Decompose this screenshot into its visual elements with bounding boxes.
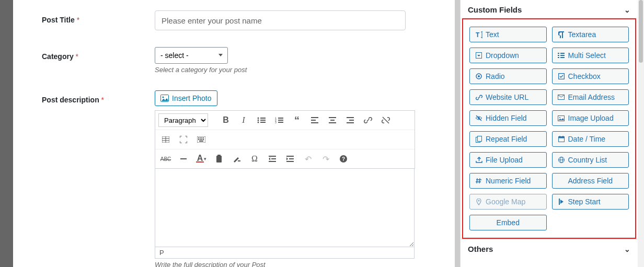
editor-status-bar: P xyxy=(155,247,415,259)
post-title-label: Post Title * xyxy=(42,10,155,24)
custom-fields-header[interactable]: Custom Fields ⌄ xyxy=(461,0,638,18)
clear-formatting-button[interactable] xyxy=(229,152,244,166)
field-label: File Upload xyxy=(486,156,523,164)
post-description-label: Post description * xyxy=(42,90,155,104)
field-label: Google Map xyxy=(486,198,525,206)
bullet-list-button[interactable] xyxy=(254,113,269,127)
redo-button[interactable]: ↷ xyxy=(318,152,333,166)
svg-rect-51 xyxy=(560,53,565,54)
field-type-radio[interactable]: Radio xyxy=(469,68,547,84)
align-right-button[interactable] xyxy=(343,113,358,127)
horizontal-line-button[interactable] xyxy=(176,152,191,166)
svg-rect-65 xyxy=(478,136,482,141)
check-square-icon xyxy=(558,73,565,79)
field-type-date-time[interactable]: Date / Time xyxy=(552,131,629,147)
vertical-scrollbar[interactable] xyxy=(638,0,644,267)
post-title-input[interactable] xyxy=(155,10,406,30)
help-button[interactable]: ? xyxy=(336,152,351,166)
align-center-button[interactable] xyxy=(325,113,340,127)
svg-rect-20 xyxy=(347,117,354,118)
field-type-google-map[interactable]: Google Map xyxy=(469,194,547,210)
undo-button[interactable]: ↶ xyxy=(301,152,315,166)
list-icon xyxy=(558,53,565,59)
link-icon xyxy=(475,94,482,101)
field-type-dropdown[interactable]: Dropdown xyxy=(469,48,547,63)
svg-point-6 xyxy=(258,122,259,123)
svg-rect-35 xyxy=(203,139,204,140)
left-gutter xyxy=(0,0,13,267)
blockquote-button[interactable]: “ xyxy=(290,113,304,127)
field-type-country-list[interactable]: Country List xyxy=(552,152,629,168)
svg-rect-17 xyxy=(329,117,336,118)
field-type-embed[interactable]: Embed xyxy=(469,215,547,230)
field-type-numeric-field[interactable]: Numeric Field xyxy=(469,173,547,189)
required-indicator: * xyxy=(101,96,104,104)
field-type-website-url[interactable]: Website URL xyxy=(469,89,547,105)
numbered-list-button[interactable]: 123 xyxy=(272,113,286,127)
svg-rect-22 xyxy=(347,122,354,123)
svg-rect-42 xyxy=(269,161,276,162)
field-type-checkbox[interactable]: Checkbox xyxy=(552,68,629,84)
required-indicator: * xyxy=(76,52,78,61)
field-label: Radio xyxy=(486,72,505,80)
svg-rect-52 xyxy=(558,55,559,56)
text-color-button[interactable]: A ▾ xyxy=(194,152,209,166)
special-char-button[interactable]: Ω xyxy=(247,152,262,166)
editor-content-area[interactable] xyxy=(155,169,415,247)
field-type-textarea[interactable]: Textarea xyxy=(552,27,629,42)
caret-down-sq-icon xyxy=(475,52,482,59)
unlink-button[interactable] xyxy=(378,113,393,127)
others-header[interactable]: Others ⌄ xyxy=(461,239,638,258)
paste-button[interactable] xyxy=(212,152,226,166)
field-type-text[interactable]: TText xyxy=(469,27,547,42)
paragraph-format-select[interactable]: Paragraph xyxy=(158,113,208,127)
svg-rect-34 xyxy=(201,139,202,140)
editor-toolbar: Paragraph B I 123 “ xyxy=(155,110,415,169)
svg-rect-36 xyxy=(199,141,203,142)
field-type-image-upload[interactable]: Image Upload xyxy=(552,110,629,126)
keyboard-button[interactable] xyxy=(194,132,209,147)
svg-point-2 xyxy=(258,118,259,119)
svg-rect-14 xyxy=(311,117,318,118)
field-type-step-start[interactable]: Step Start xyxy=(552,194,629,210)
sidebar-panel: Custom Fields ⌄ TTextTextareaDropdownMul… xyxy=(460,0,638,267)
field-type-file-upload[interactable]: File Upload xyxy=(469,152,547,168)
svg-rect-21 xyxy=(349,120,354,121)
svg-rect-44 xyxy=(289,158,294,159)
bold-button[interactable]: B xyxy=(218,113,233,127)
field-type-repeat-field[interactable]: Repeat Field xyxy=(469,131,547,147)
svg-text:3: 3 xyxy=(275,121,277,124)
category-hint: Select a category for your post xyxy=(155,66,436,74)
italic-button[interactable]: I xyxy=(236,113,251,127)
field-label: Textarea xyxy=(568,30,596,39)
field-type-hidden-field[interactable]: Hidden Field xyxy=(469,110,547,126)
svg-rect-54 xyxy=(558,57,559,58)
category-label: Category * xyxy=(42,47,155,61)
outdent-button[interactable] xyxy=(265,152,280,166)
svg-point-73 xyxy=(478,200,480,201)
link-button[interactable] xyxy=(361,113,375,127)
svg-point-63 xyxy=(559,117,560,118)
field-type-multi-select[interactable]: Multi Select xyxy=(552,48,629,63)
svg-rect-13 xyxy=(278,122,283,123)
svg-rect-16 xyxy=(311,122,318,123)
map-marker-icon xyxy=(475,199,482,205)
svg-point-57 xyxy=(478,75,480,77)
svg-rect-33 xyxy=(200,139,201,140)
post-description-hint: Write the full description of your Post xyxy=(155,261,436,267)
table-button[interactable] xyxy=(158,132,173,147)
strikethrough-button[interactable]: ABC xyxy=(158,152,173,166)
align-left-button[interactable] xyxy=(307,113,322,127)
insert-photo-button[interactable]: Insert Photo xyxy=(155,90,217,106)
field-type-address-field[interactable]: Address Field xyxy=(552,173,629,189)
fullscreen-button[interactable] xyxy=(176,132,191,147)
field-label: Embed xyxy=(497,218,520,227)
svg-rect-28 xyxy=(198,137,199,138)
svg-rect-5 xyxy=(260,120,266,121)
indent-button[interactable] xyxy=(283,152,297,166)
field-label: Dropdown xyxy=(486,51,519,60)
custom-fields-highlight-box: TTextTextareaDropdownMulti SelectRadioCh… xyxy=(462,18,636,239)
field-label: Email Address xyxy=(568,93,615,101)
category-select[interactable]: - select - xyxy=(155,47,228,64)
field-type-email-address[interactable]: Email Address xyxy=(552,89,629,105)
